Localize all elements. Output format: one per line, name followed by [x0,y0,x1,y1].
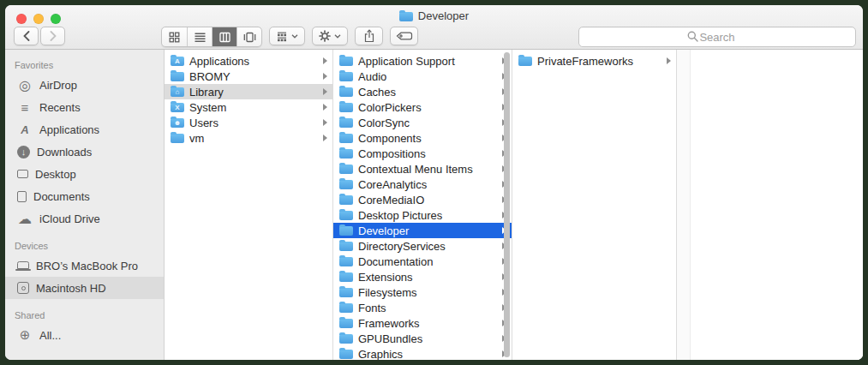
view-gallery-button[interactable] [236,27,261,46]
folder-icon [339,180,353,189]
file-row[interactable]: XSystem [165,99,332,115]
group-button[interactable] [269,27,305,45]
file-row[interactable]: AApplications [165,53,332,69]
titlebar[interactable]: Developer [5,5,863,50]
file-row[interactable]: vm [165,130,332,146]
globe-icon: ⊕ [17,327,33,343]
folder-icon [339,226,353,236]
file-row[interactable]: CoreMediaIO [333,192,512,207]
sidebar-item-label: Recents [39,101,81,114]
sidebar-item-recents[interactable]: ≡Recents [5,96,164,118]
folder-icon [339,242,353,251]
sidebar-item-icloud-drive[interactable]: ☁iCloud Drive [5,207,164,230]
file-name: System [189,101,318,114]
file-row[interactable]: Graphics [333,346,512,360]
view-columns-button[interactable] [212,27,236,46]
window-content: Favorites◎AirDrop≡RecentsAApplications↓D… [5,50,863,360]
file-name: ColorSync [358,117,497,129]
folder-icon [339,72,353,81]
tags-button[interactable] [390,27,418,45]
file-row[interactable]: Desktop Pictures [333,207,512,223]
zoom-button[interactable] [51,14,61,24]
file-row[interactable]: GPUBundles [333,331,512,346]
action-button[interactable] [312,27,348,45]
sidebar-item-label: Desktop [35,168,76,181]
folder-icon [339,57,353,66]
file-row[interactable]: Fonts [333,300,512,315]
share-button[interactable] [355,27,383,45]
file-row[interactable]: Filesystems [333,284,512,300]
file-name: Filesystems [358,286,497,299]
sidebar-item-downloads[interactable]: ↓Downloads [5,141,164,163]
search-input[interactable] [579,31,855,44]
finder-column-1: AApplicationsBROMY⌂LibraryXSystem☻Usersv… [165,50,333,360]
sidebar-item-bro-s-macbook-pro[interactable]: BRO’s MacBook Pro [5,254,164,277]
view-icons-button[interactable] [162,27,187,46]
file-row[interactable]: Caches [333,84,512,99]
folder-icon [339,195,353,205]
folder-icon [339,211,353,220]
folder-icon [339,118,353,128]
sidebar-item-label: Applications [39,123,99,136]
sidebar-item-all[interactable]: ⊕All... [5,324,164,346]
file-row[interactable]: Documentation [333,254,512,269]
sidebar-item-documents[interactable]: Documents [5,185,164,207]
file-name: BROMY [189,70,318,83]
file-row[interactable]: PrivateFrameworks [512,53,676,69]
view-list-button[interactable] [187,27,212,46]
chevron-down-icon [334,34,341,39]
file-row[interactable]: Components [333,130,512,146]
file-name: CoreMediaIO [358,194,497,206]
close-button[interactable] [16,14,27,24]
file-row[interactable]: ⌂Library [165,84,332,99]
minimize-button[interactable] [33,14,44,24]
file-name: ColorPickers [358,101,497,114]
file-row[interactable]: BROMY [165,69,332,84]
file-row[interactable]: Developer [333,223,512,238]
file-row[interactable]: ☻Users [165,115,332,130]
file-name: Application Support [358,55,497,68]
file-row[interactable]: Audio [333,69,512,84]
file-row[interactable]: ColorSync [333,115,512,130]
file-row[interactable]: DirectoryServices [333,238,512,254]
column-scrollbar[interactable] [504,52,510,357]
file-row[interactable]: Contextual Menu Items [333,161,512,177]
downloads-icon: ↓ [17,146,30,159]
file-row[interactable]: Extensions [333,269,512,284]
file-name: vm [189,132,318,145]
file-name: Graphics [358,348,497,361]
file-name: Users [189,117,318,129]
back-button[interactable] [14,27,39,45]
folder-icon [339,134,353,143]
recents-icon: ≡ [17,100,33,115]
columns: AApplicationsBROMY⌂LibraryXSystem☻Usersv… [165,50,863,360]
file-row[interactable]: CoreAnalytics [333,177,512,192]
share-icon [363,29,375,43]
chevron-down-icon [291,34,298,39]
sidebar-item-label: AirDrop [39,79,77,92]
forward-button[interactable] [40,27,65,45]
file-name: Fonts [358,302,497,314]
chevron-right-icon [323,73,327,80]
folder-glyph: ☻ [171,118,184,128]
chevron-right-icon [323,135,327,141]
sidebar: Favorites◎AirDrop≡RecentsAApplications↓D… [5,50,165,360]
file-row[interactable]: Compositions [333,146,512,161]
search-field[interactable] [578,27,856,47]
finder-column-3: PrivateFrameworks [512,50,677,360]
folder-glyph: A [171,57,184,66]
file-row[interactable]: ColorPickers [333,99,512,115]
sidebar-item-desktop[interactable]: Desktop [5,163,164,185]
file-name: Applications [189,55,318,68]
sidebar-item-macintosh-hd[interactable]: Macintosh HD [5,277,164,299]
sidebar-item-airdrop[interactable]: ◎AirDrop [5,74,164,96]
file-row[interactable]: Frameworks [333,315,512,331]
view-mode-switcher [161,27,262,47]
file-name: Compositions [358,147,497,160]
nav-buttons [14,27,65,45]
file-name: Audio [358,70,497,83]
empty-column [691,50,863,360]
chevron-right-icon [323,119,327,126]
sidebar-item-applications[interactable]: AApplications [5,118,164,141]
file-row[interactable]: Application Support [333,53,512,69]
